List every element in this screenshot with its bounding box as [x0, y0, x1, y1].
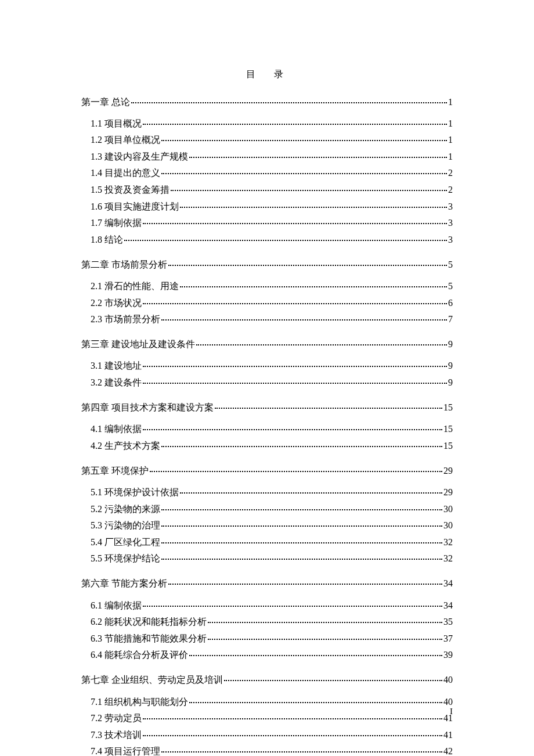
toc-sub-label: 7.4 项目运行管理: [91, 746, 160, 756]
toc-leader-dots: [208, 614, 442, 624]
toc-sub-label: 5.5 环境保护结论: [91, 553, 160, 565]
toc-sub-label: 2.2 市场状况: [91, 297, 142, 309]
toc-sub-entry: 4.1 编制依据15: [81, 421, 453, 438]
toc-leader-dots: [161, 744, 442, 753]
toc-sub-entry: 3.2 建设条件9: [81, 375, 453, 391]
toc-sub-page: 15: [443, 424, 453, 434]
toc-leader-dots: [143, 358, 447, 368]
toc-leader-dots: [143, 295, 447, 304]
toc-sub-entry: 1.8 结论3: [81, 232, 453, 249]
toc-leader-dots: [180, 278, 447, 287]
toc-sub-entry: 5.4 厂区绿化工程32: [81, 534, 453, 551]
toc-sub-label: 5.3 污染物的治理: [91, 520, 160, 532]
toc-sub-page: 32: [443, 537, 453, 548]
toc-sub-page: 41: [443, 730, 453, 740]
table-of-contents: 第一章 总论11.1 项目概况11.2 项目单位概况11.3 建设内容及生产规模…: [81, 93, 453, 756]
toc-leader-dots: [161, 518, 442, 527]
toc-chapter-entry: 第三章 建设地址及建设条件9: [81, 336, 453, 352]
toc-sub-page: 7: [448, 314, 453, 325]
toc-sub-label: 7.2 劳动定员: [91, 712, 142, 725]
toc-leader-dots: [161, 312, 447, 321]
toc-sub-entry: 6.3 节能措施和节能效果分析37: [81, 631, 453, 647]
toc-leader-dots: [215, 400, 442, 409]
toc-sub-page: 15: [443, 441, 453, 451]
toc-leader-dots: [224, 672, 442, 682]
toc-sub-page: 6: [448, 298, 453, 308]
toc-chapter-entry: 第二章 市场前景分析5: [81, 256, 453, 272]
toc-sub-label: 5.1 环境保护设计依据: [91, 487, 179, 499]
toc-sub-page: 29: [443, 487, 453, 498]
toc-chapter-label: 第六章 节能方案分析: [81, 578, 167, 590]
toc-sub-page: 42: [443, 746, 453, 756]
toc-subgroup: 4.1 编制依据154.2 生产技术方案15: [81, 421, 453, 454]
toc-leader-dots: [161, 132, 447, 142]
toc-sub-entry: 1.6 项目实施进度计划3: [81, 199, 453, 215]
toc-sub-label: 6.2 能耗状况和能耗指标分析: [91, 616, 207, 628]
toc-sub-page: 34: [443, 600, 453, 611]
toc-sub-entry: 1.3 建设内容及生产规模1: [81, 149, 453, 165]
toc-sub-page: 1: [448, 118, 453, 129]
toc-leader-dots: [161, 165, 447, 175]
toc-sub-label: 5.4 厂区绿化工程: [91, 537, 160, 549]
toc-chapter-entry: 第七章 企业组织、劳动定员及培训40: [81, 672, 453, 688]
toc-leader-dots: [143, 215, 447, 225]
toc-chapter-page: 40: [443, 675, 453, 685]
toc-sub-label: 5.2 污染物的来源: [91, 503, 160, 516]
toc-sub-entry: 6.4 能耗综合分析及评价39: [81, 647, 453, 664]
toc-sub-label: 6.4 能耗综合分析及评价: [91, 649, 188, 661]
toc-chapter-entry: 第四章 项目技术方案和建设方案15: [81, 399, 453, 416]
toc-sub-entry: 6.1 编制依据34: [81, 597, 453, 614]
toc-sub-entry: 1.5 投资及资金筹措2: [81, 182, 453, 199]
toc-subgroup: 2.1 滑石的性能、用途52.2 市场状况62.3 市场前景分析7: [81, 278, 453, 328]
toc-sub-page: 30: [443, 520, 453, 531]
toc-sub-entry: 2.1 滑石的性能、用途5: [81, 278, 453, 295]
toc-leader-dots: [143, 375, 447, 384]
toc-chapter-label: 第四章 项目技术方案和建设方案: [81, 402, 214, 414]
toc-sub-entry: 5.3 污染物的治理30: [81, 517, 453, 534]
toc-leader-dots: [171, 182, 447, 191]
toc-sub-entry: 4.2 生产技术方案15: [81, 438, 453, 455]
toc-sub-entry: 2.2 市场状况6: [81, 295, 453, 312]
toc-sub-entry: 5.2 污染物的来源30: [81, 501, 453, 517]
toc-sub-page: 39: [443, 650, 453, 660]
toc-leader-dots: [180, 199, 447, 208]
page-number: I: [450, 707, 453, 717]
toc-sub-entry: 1.1 项目概况1: [81, 116, 453, 132]
toc-leader-dots: [196, 337, 447, 346]
toc-leader-dots: [143, 727, 442, 736]
toc-leader-dots: [161, 551, 442, 560]
toc-sub-entry: 7.3 技术培训41: [81, 727, 453, 744]
toc-leader-dots: [150, 463, 442, 472]
toc-leader-dots: [168, 257, 447, 266]
toc-leader-dots: [143, 711, 442, 720]
toc-sub-label: 1.8 结论: [91, 234, 123, 246]
toc-sub-label: 2.1 滑石的性能、用途: [91, 280, 179, 293]
toc-sub-label: 1.6 项目实施进度计划: [91, 201, 179, 213]
toc-sub-entry: 2.3 市场前景分析7: [81, 311, 453, 328]
toc-sub-label: 2.3 市场前景分析: [91, 314, 160, 326]
toc-sub-label: 6.3 节能措施和节能效果分析: [91, 633, 207, 645]
toc-leader-dots: [189, 149, 447, 158]
toc-sub-label: 1.7 编制依据: [91, 217, 142, 229]
toc-leader-dots: [143, 597, 442, 607]
toc-subgroup: 1.1 项目概况11.2 项目单位概况11.3 建设内容及生产规模11.4 目提…: [81, 116, 453, 249]
toc-chapter-entry: 第六章 节能方案分析34: [81, 575, 453, 592]
toc-subgroup: 7.1 组织机构与职能划分407.2 劳动定员417.3 技术培训417.4 项…: [81, 693, 453, 756]
toc-sub-page: 5: [448, 281, 453, 291]
document-page: 目 录 第一章 总论11.1 项目概况11.2 项目单位概况11.3 建设内容及…: [0, 0, 534, 756]
toc-sub-label: 4.1 编制依据: [91, 423, 142, 435]
toc-sub-entry: 7.1 组织机构与职能划分40: [81, 693, 453, 710]
toc-sub-page: 3: [448, 201, 453, 212]
toc-sub-label: 7.3 技术培训: [91, 729, 142, 741]
toc-sub-label: 6.1 编制依据: [91, 600, 142, 612]
toc-sub-entry: 1.7 编制依据3: [81, 215, 453, 232]
toc-leader-dots: [161, 438, 442, 447]
toc-sub-label: 1.2 项目单位概况: [91, 134, 160, 146]
toc-leader-dots: [131, 94, 447, 103]
toc-sub-label: 3.1 建设地址: [91, 360, 142, 372]
toc-leader-dots: [161, 501, 442, 510]
toc-title: 目 录: [81, 69, 453, 81]
toc-leader-dots: [189, 647, 442, 657]
toc-sub-page: 1: [448, 135, 453, 145]
toc-sub-label: 1.3 建设内容及生产规模: [91, 151, 188, 163]
